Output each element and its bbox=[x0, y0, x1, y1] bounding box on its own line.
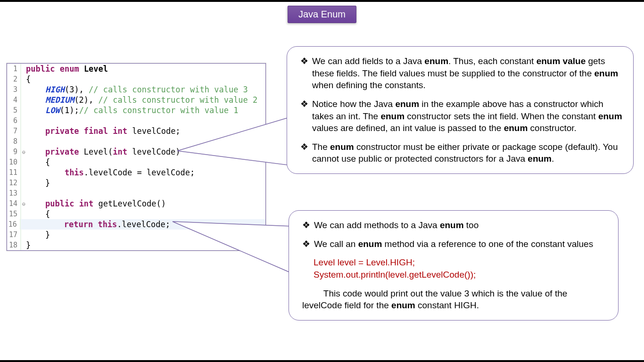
callout-text: Notice how the Java enum in the example … bbox=[312, 98, 623, 134]
line-number: 9 bbox=[7, 147, 21, 157]
diamond-bullet-icon: ❖ bbox=[302, 219, 310, 231]
callout-text: We call an enum method via a reference t… bbox=[314, 238, 593, 250]
line-number: 7 bbox=[7, 126, 21, 136]
line-number: 12 bbox=[7, 178, 21, 188]
line-number: 1 bbox=[7, 64, 21, 74]
line-number: 14 bbox=[7, 198, 21, 209]
top-border bbox=[0, 0, 644, 2]
diamond-bullet-icon: ❖ bbox=[300, 98, 308, 134]
page-title: Java Enum bbox=[288, 6, 356, 23]
example-code-line: System.out.println(level.getLevelCode())… bbox=[314, 269, 608, 281]
svg-marker-1 bbox=[173, 222, 292, 273]
line-number: 5 bbox=[7, 105, 21, 115]
code-content: } bbox=[21, 230, 50, 240]
code-content: } bbox=[21, 178, 50, 188]
example-code-line: Level level = Level.HIGH; bbox=[314, 256, 608, 269]
diamond-bullet-icon: ❖ bbox=[302, 238, 310, 250]
code-content: { bbox=[21, 209, 50, 219]
line-number: 4 bbox=[7, 95, 21, 105]
code-content: HIGH(3), // calls constructor with value… bbox=[21, 84, 248, 95]
code-content bbox=[21, 188, 26, 198]
line-number: 15 bbox=[7, 209, 21, 219]
line-number: 3 bbox=[7, 84, 21, 95]
code-content: private final int levelCode; bbox=[21, 126, 181, 136]
line-number: 8 bbox=[7, 136, 21, 147]
callout-pointer-1 bbox=[174, 99, 297, 203]
line-number: 10 bbox=[7, 157, 21, 167]
code-content: private Level(int levelCode) bbox=[21, 147, 181, 157]
diamond-bullet-icon: ❖ bbox=[300, 141, 308, 165]
line-number: 13 bbox=[7, 188, 21, 198]
code-line: 1public enum Level bbox=[7, 64, 265, 74]
line-number: 17 bbox=[7, 230, 21, 240]
code-content: } bbox=[21, 240, 31, 250]
line-number: 11 bbox=[7, 167, 21, 178]
callout-text: We can add methods to a Java enum too bbox=[314, 219, 479, 231]
callout-fields: ❖ We can add fields to a Java enum. Thus… bbox=[287, 46, 634, 174]
code-content bbox=[21, 136, 26, 147]
svg-marker-0 bbox=[177, 118, 288, 165]
code-content bbox=[21, 115, 26, 126]
line-number: 16 bbox=[7, 219, 21, 230]
code-line: 2{ bbox=[7, 74, 265, 84]
code-line: 3 HIGH(3), // calls constructor with val… bbox=[7, 84, 265, 95]
line-number: 18 bbox=[7, 240, 21, 250]
line-number: 6 bbox=[7, 115, 21, 126]
callout-methods: ❖ We can add methods to a Java enum too … bbox=[289, 210, 619, 321]
code-content: public enum Level bbox=[21, 64, 108, 74]
callout-text: This code would print out the value 3 wh… bbox=[302, 288, 567, 311]
line-number: 2 bbox=[7, 74, 21, 84]
callout-text: The enum constructor must be either priv… bbox=[312, 141, 623, 165]
code-content: { bbox=[21, 157, 50, 167]
code-content: { bbox=[21, 74, 31, 84]
code-content: public int getLevelCode() bbox=[21, 198, 166, 209]
callout-pointer-2 bbox=[170, 198, 302, 292]
code-content: this.levelCode = levelCode; bbox=[21, 167, 195, 178]
diamond-bullet-icon: ❖ bbox=[300, 55, 308, 91]
bottom-border bbox=[0, 360, 644, 362]
callout-text: We can add fields to a Java enum. Thus, … bbox=[312, 55, 623, 91]
